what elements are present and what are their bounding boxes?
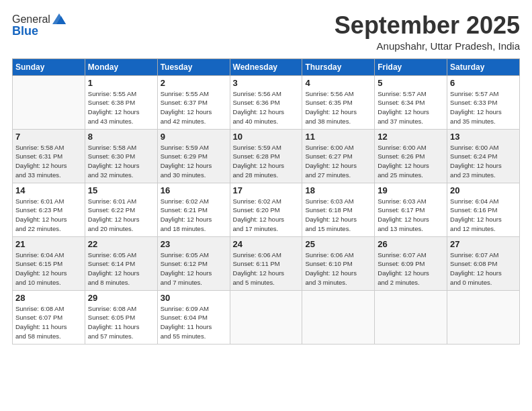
calendar-cell [375,290,447,344]
header: General Blue September 2025 Anupshahr, U… [12,12,520,52]
calendar-cell [447,290,520,344]
day-number: 26 [378,239,444,249]
day-number: 1 [88,78,154,88]
day-number: 25 [305,239,371,249]
day-info: Sunrise: 6:04 AM Sunset: 6:16 PM Dayligh… [450,197,517,234]
page: General Blue September 2025 Anupshahr, U… [0,0,532,411]
calendar-week-row: 28Sunrise: 6:08 AM Sunset: 6:07 PM Dayli… [13,290,520,344]
header-saturday: Saturday [447,58,520,75]
calendar-cell: 13Sunrise: 6:00 AM Sunset: 6:24 PM Dayli… [447,129,520,183]
day-number: 3 [233,78,300,88]
day-info: Sunrise: 5:57 AM Sunset: 6:34 PM Dayligh… [378,89,444,126]
header-tuesday: Tuesday [157,58,230,75]
day-info: Sunrise: 6:08 AM Sunset: 6:07 PM Dayligh… [15,304,82,341]
day-number: 29 [88,293,154,303]
calendar-cell [302,290,375,344]
day-number: 15 [88,185,154,195]
calendar-cell: 11Sunrise: 6:00 AM Sunset: 6:27 PM Dayli… [302,129,375,183]
calendar-cell: 28Sunrise: 6:08 AM Sunset: 6:07 PM Dayli… [13,290,85,344]
day-info: Sunrise: 6:03 AM Sunset: 6:17 PM Dayligh… [378,197,444,234]
calendar-week-row: 21Sunrise: 6:04 AM Sunset: 6:15 PM Dayli… [13,236,520,290]
calendar-cell: 26Sunrise: 6:07 AM Sunset: 6:09 PM Dayli… [375,236,447,290]
day-info: Sunrise: 6:05 AM Sunset: 6:12 PM Dayligh… [161,250,227,287]
calendar-cell: 19Sunrise: 6:03 AM Sunset: 6:17 PM Dayli… [375,183,447,236]
calendar-week-row: 1Sunrise: 5:55 AM Sunset: 6:38 PM Daylig… [13,75,520,129]
day-info: Sunrise: 5:59 AM Sunset: 6:28 PM Dayligh… [233,143,300,180]
day-info: Sunrise: 6:09 AM Sunset: 6:04 PM Dayligh… [161,304,227,341]
calendar-cell [13,75,85,129]
calendar-cell: 4Sunrise: 5:56 AM Sunset: 6:35 PM Daylig… [302,75,375,129]
day-info: Sunrise: 6:02 AM Sunset: 6:20 PM Dayligh… [233,197,300,234]
calendar-cell: 6Sunrise: 5:57 AM Sunset: 6:33 PM Daylig… [447,75,520,129]
calendar-cell: 3Sunrise: 5:56 AM Sunset: 6:36 PM Daylig… [230,75,302,129]
day-info: Sunrise: 6:04 AM Sunset: 6:15 PM Dayligh… [15,250,82,287]
day-info: Sunrise: 6:00 AM Sunset: 6:24 PM Dayligh… [450,143,517,180]
location: Anupshahr, Uttar Pradesh, India [335,40,520,52]
calendar-cell: 10Sunrise: 5:59 AM Sunset: 6:28 PM Dayli… [230,129,302,183]
day-info: Sunrise: 5:59 AM Sunset: 6:29 PM Dayligh… [161,143,227,180]
day-number: 22 [88,239,154,249]
calendar-week-row: 14Sunrise: 6:01 AM Sunset: 6:23 PM Dayli… [13,183,520,236]
calendar-cell: 1Sunrise: 5:55 AM Sunset: 6:38 PM Daylig… [85,75,157,129]
day-number: 5 [378,78,444,88]
calendar-week-row: 7Sunrise: 5:58 AM Sunset: 6:31 PM Daylig… [13,129,520,183]
day-number: 18 [305,185,371,195]
month-title: September 2025 [335,12,520,39]
day-info: Sunrise: 5:56 AM Sunset: 6:35 PM Dayligh… [305,89,371,126]
day-info: Sunrise: 6:07 AM Sunset: 6:09 PM Dayligh… [378,250,444,287]
day-info: Sunrise: 6:01 AM Sunset: 6:23 PM Dayligh… [15,197,82,234]
calendar-cell [230,290,302,344]
day-info: Sunrise: 6:05 AM Sunset: 6:14 PM Dayligh… [88,250,154,287]
day-number: 17 [233,185,300,195]
day-info: Sunrise: 6:01 AM Sunset: 6:22 PM Dayligh… [88,197,154,234]
day-number: 4 [305,78,371,88]
calendar-cell: 25Sunrise: 6:06 AM Sunset: 6:10 PM Dayli… [302,236,375,290]
day-number: 6 [450,78,517,88]
calendar-cell: 30Sunrise: 6:09 AM Sunset: 6:04 PM Dayli… [157,290,230,344]
day-info: Sunrise: 6:00 AM Sunset: 6:26 PM Dayligh… [378,143,444,180]
day-info: Sunrise: 5:55 AM Sunset: 6:37 PM Dayligh… [161,89,227,126]
calendar-cell: 27Sunrise: 6:07 AM Sunset: 6:08 PM Dayli… [447,236,520,290]
day-info: Sunrise: 5:57 AM Sunset: 6:33 PM Dayligh… [450,89,517,126]
header-wednesday: Wednesday [230,58,302,75]
calendar-header-row: SundayMondayTuesdayWednesdayThursdayFrid… [13,58,520,75]
calendar-cell: 9Sunrise: 5:59 AM Sunset: 6:29 PM Daylig… [157,129,230,183]
day-number: 2 [161,78,227,88]
day-number: 8 [88,132,154,142]
day-info: Sunrise: 6:07 AM Sunset: 6:08 PM Dayligh… [450,250,517,287]
day-info: Sunrise: 6:06 AM Sunset: 6:11 PM Dayligh… [233,250,300,287]
day-info: Sunrise: 6:02 AM Sunset: 6:21 PM Dayligh… [161,197,227,234]
calendar-cell: 21Sunrise: 6:04 AM Sunset: 6:15 PM Dayli… [13,236,85,290]
day-info: Sunrise: 6:00 AM Sunset: 6:27 PM Dayligh… [305,143,371,180]
calendar-cell: 24Sunrise: 6:06 AM Sunset: 6:11 PM Dayli… [230,236,302,290]
day-info: Sunrise: 5:58 AM Sunset: 6:31 PM Dayligh… [15,143,82,180]
day-info: Sunrise: 6:06 AM Sunset: 6:10 PM Dayligh… [305,250,371,287]
calendar-cell: 22Sunrise: 6:05 AM Sunset: 6:14 PM Dayli… [85,236,157,290]
calendar-cell: 7Sunrise: 5:58 AM Sunset: 6:31 PM Daylig… [13,129,85,183]
calendar-cell: 5Sunrise: 5:57 AM Sunset: 6:34 PM Daylig… [375,75,447,129]
calendar-cell: 2Sunrise: 5:55 AM Sunset: 6:37 PM Daylig… [157,75,230,129]
calendar-cell: 15Sunrise: 6:01 AM Sunset: 6:22 PM Dayli… [85,183,157,236]
calendar-cell: 8Sunrise: 5:58 AM Sunset: 6:30 PM Daylig… [85,129,157,183]
header-sunday: Sunday [13,58,85,75]
header-friday: Friday [375,58,447,75]
header-monday: Monday [85,58,157,75]
day-number: 12 [378,132,444,142]
day-info: Sunrise: 5:56 AM Sunset: 6:36 PM Dayligh… [233,89,300,126]
calendar-cell: 18Sunrise: 6:03 AM Sunset: 6:18 PM Dayli… [302,183,375,236]
calendar-cell: 16Sunrise: 6:02 AM Sunset: 6:21 PM Dayli… [157,183,230,236]
day-number: 24 [233,239,300,249]
day-info: Sunrise: 6:03 AM Sunset: 6:18 PM Dayligh… [305,197,371,234]
day-number: 16 [161,185,227,195]
day-number: 20 [450,185,517,195]
day-number: 9 [161,132,227,142]
logo: General Blue [12,12,66,38]
calendar-cell: 23Sunrise: 6:05 AM Sunset: 6:12 PM Dayli… [157,236,230,290]
day-number: 13 [450,132,517,142]
calendar-cell: 12Sunrise: 6:00 AM Sunset: 6:26 PM Dayli… [375,129,447,183]
day-number: 28 [15,293,82,303]
calendar-cell: 29Sunrise: 6:08 AM Sunset: 6:05 PM Dayli… [85,290,157,344]
day-number: 21 [15,239,82,249]
calendar-cell: 17Sunrise: 6:02 AM Sunset: 6:20 PM Dayli… [230,183,302,236]
header-thursday: Thursday [302,58,375,75]
